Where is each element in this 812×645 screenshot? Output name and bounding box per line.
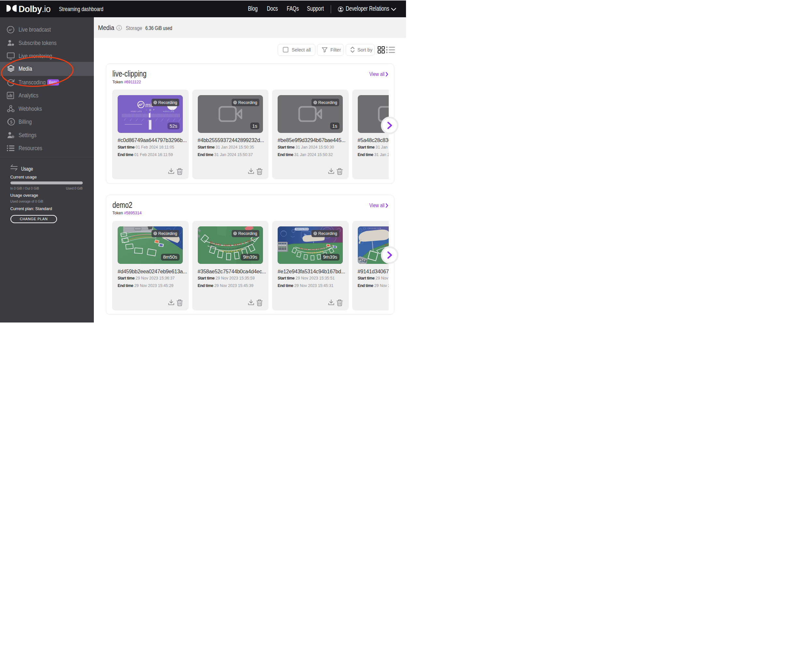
svg-text:0: 0 bbox=[149, 108, 151, 112]
svg-text:+: + bbox=[153, 108, 155, 111]
svg-text:CESSING & M: CESSING & M bbox=[368, 227, 381, 229]
svg-text:REMOTE PRODUCTION: REMOTE PRODUCTION bbox=[296, 228, 315, 230]
svg-text:$: $ bbox=[10, 120, 13, 124]
svg-text:-: - bbox=[146, 108, 147, 111]
svg-text:AUDIO LATE: AUDIO LATE bbox=[163, 110, 174, 112]
svg-text:VIDEO LATE: VIDEO LATE bbox=[131, 110, 142, 112]
